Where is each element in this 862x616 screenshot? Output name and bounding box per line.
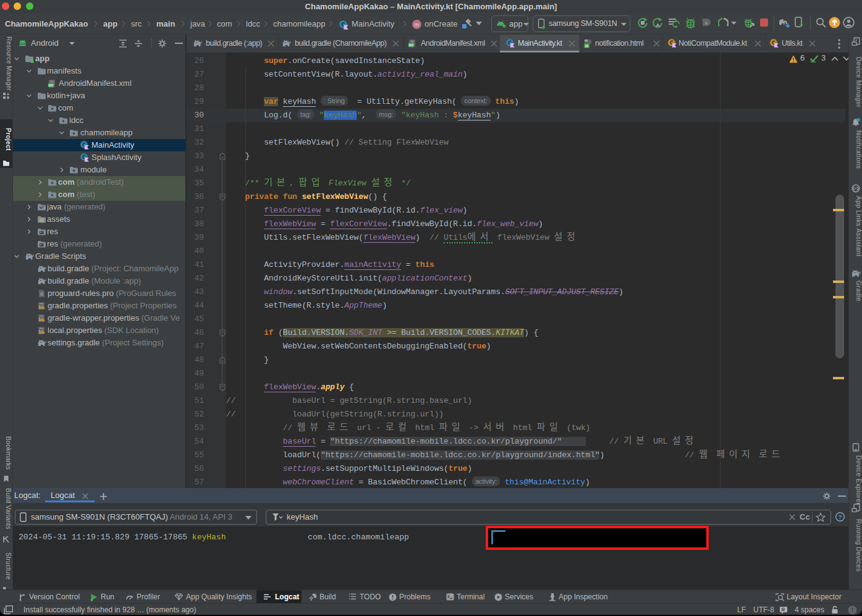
svg-text:H: H: [585, 44, 588, 48]
svg-text:A: A: [656, 22, 660, 28]
svg-text:m: m: [415, 22, 420, 28]
svg-text:?: ?: [839, 513, 842, 520]
